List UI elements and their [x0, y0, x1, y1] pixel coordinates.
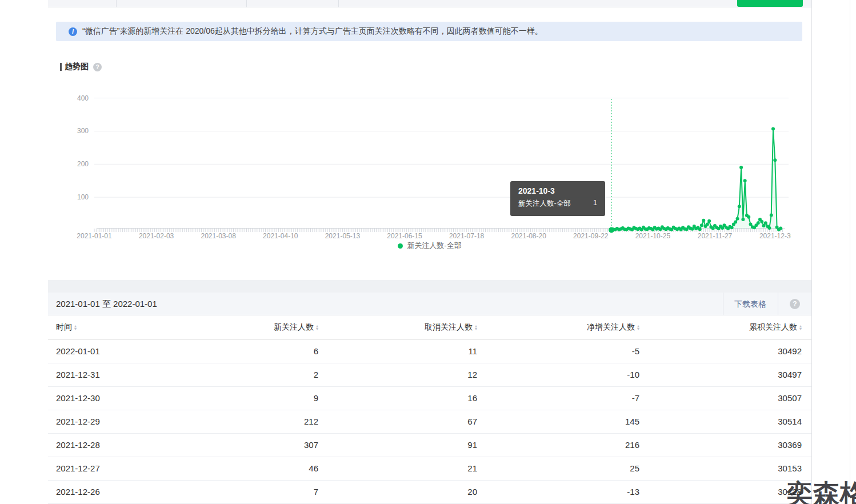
cell-value: 30492 — [639, 339, 811, 363]
cell-value: -13 — [477, 480, 639, 503]
cell-value: 30497 — [639, 363, 811, 386]
table-body: 2022-01-01611-5304922021-12-31212-103049… — [48, 339, 811, 503]
cell-value: 307 — [162, 433, 318, 457]
tooltip-value: 1 — [593, 199, 597, 209]
x-axis-label: 2021-11-27 — [691, 232, 739, 240]
column-sort-header[interactable]: 时间▴▾ — [56, 322, 77, 333]
data-table-card: 2021-01-01 至 2022-01-01 下载表格 ? 时间▴▾新关注人数… — [48, 293, 811, 504]
x-axis-label: 2021-04-10 — [257, 232, 305, 240]
card-gap — [48, 280, 811, 293]
cell-value: 30369 — [639, 433, 811, 457]
cell-value: 30128 — [639, 480, 811, 503]
table-row: 2021-12-2746212530153 — [48, 457, 811, 480]
followers-table: 时间▴▾新关注人数▴▾取消关注人数▴▾净增关注人数▴▾累积关注人数▴▾ 2022… — [48, 315, 811, 504]
tab-separator — [338, 0, 339, 7]
cell-date: 2021-12-26 — [48, 480, 162, 503]
panel-divider — [850, 0, 850, 504]
cell-value: 20 — [318, 480, 477, 503]
cell-date: 2021-12-29 — [48, 410, 162, 433]
cell-date: 2021-12-28 — [48, 433, 162, 457]
cell-value: 30514 — [639, 410, 811, 433]
x-axis-label: 2021-05-13 — [318, 232, 366, 240]
trend-line-chart[interactable] — [48, 82, 791, 247]
table-row: 2021-12-31212-1030497 — [48, 363, 811, 386]
table-toolbar: 2021-01-01 至 2022-01-01 下载表格 ? — [48, 293, 811, 315]
cell-value: 7 — [162, 480, 318, 503]
info-icon: i — [69, 27, 77, 36]
cell-value: 2 — [162, 363, 318, 386]
x-axis-label: 2021-07-18 — [443, 232, 491, 240]
cell-value: 30507 — [639, 386, 811, 410]
sort-arrows-icon: ▴▾ — [74, 325, 77, 330]
table-row: 2021-12-292126714530514 — [48, 410, 811, 433]
right-panel-strip — [811, 0, 856, 504]
top-tab-bar — [48, 0, 811, 7]
cell-value: -7 — [477, 386, 639, 410]
tooltip-date: 2021-10-3 — [518, 186, 597, 195]
y-axis-label: 200 — [48, 160, 89, 168]
cell-value: 46 — [162, 457, 318, 480]
title-accent-bar — [60, 63, 62, 71]
cell-date: 2021-12-31 — [48, 363, 162, 386]
cell-value: 25 — [477, 457, 639, 480]
table-row: 2021-12-26720-1330128 — [48, 480, 811, 503]
watermark-text: 奕森格 — [786, 477, 856, 504]
cell-date: 2022-01-01 — [48, 339, 162, 363]
x-axis-label: 2021-12-30 — [753, 232, 791, 240]
notice-text: “微信广告”来源的新增关注在 2020/06起从其他中拆分给出，计算方式与广告主… — [82, 26, 543, 37]
cell-value: 216 — [477, 433, 639, 457]
sort-arrows-icon: ▴▾ — [637, 325, 639, 330]
x-axis-label: 2021-03-08 — [194, 232, 242, 240]
chart-legend[interactable]: 新关注人数-全部 — [48, 241, 811, 251]
cell-date: 2021-12-30 — [48, 386, 162, 410]
cell-value: 6 — [162, 339, 318, 363]
column-sort-header[interactable]: 取消关注人数▴▾ — [425, 322, 477, 333]
table-row: 2021-12-30916-730507 — [48, 386, 811, 410]
sort-arrows-icon: ▴▾ — [475, 325, 477, 330]
tab-separator — [246, 0, 247, 7]
legend-dot-icon — [398, 243, 403, 249]
primary-action-button[interactable] — [737, 0, 803, 7]
x-axis-label: 2021-09-22 — [567, 232, 615, 240]
tooltip-series-label: 新关注人数-全部 — [518, 199, 571, 209]
trend-chart-card: i “微信广告”来源的新增关注在 2020/06起从其他中拆分给出，计算方式与广… — [48, 7, 811, 280]
legend-label: 新关注人数-全部 — [407, 241, 461, 251]
y-axis-label: 300 — [48, 127, 89, 135]
x-axis-label: 2021-10-25 — [629, 232, 677, 240]
cell-value: 91 — [318, 433, 477, 457]
column-sort-header[interactable]: 新关注人数▴▾ — [274, 322, 318, 333]
chart-section-title: 趋势图 ? — [60, 62, 102, 72]
sort-arrows-icon: ▴▾ — [316, 325, 318, 330]
cell-value: 30153 — [639, 457, 811, 480]
y-axis-label: 400 — [48, 94, 89, 102]
analytics-page: i “微信广告”来源的新增关注在 2020/06起从其他中拆分给出，计算方式与广… — [0, 0, 856, 504]
table-row: 2021-12-283079121630369 — [48, 433, 811, 457]
table-row: 2022-01-01611-530492 — [48, 339, 811, 363]
cell-value: 16 — [318, 386, 477, 410]
column-sort-header[interactable]: 累积关注人数▴▾ — [749, 322, 802, 333]
table-header-row: 时间▴▾新关注人数▴▾取消关注人数▴▾净增关注人数▴▾累积关注人数▴▾ — [48, 315, 811, 339]
download-table-button[interactable]: 下载表格 — [723, 293, 778, 315]
cell-value: 145 — [477, 410, 639, 433]
x-axis-label: 2021-08-20 — [505, 232, 553, 240]
x-axis-label: 2021-06-15 — [381, 232, 429, 240]
cell-value: 12 — [318, 363, 477, 386]
table-help-icon[interactable]: ? — [790, 299, 800, 309]
cell-date: 2021-12-27 — [48, 457, 162, 480]
cell-value: 21 — [318, 457, 477, 480]
tab-separator — [116, 0, 117, 7]
toolbar-divider — [778, 293, 778, 315]
cell-value: 67 — [318, 410, 477, 433]
chart-tooltip: 2021-10-3 新关注人数-全部 1 — [510, 181, 605, 216]
cell-value: -10 — [477, 363, 639, 386]
cell-value: 11 — [318, 339, 477, 363]
x-axis-label: 2021-01-01 — [70, 232, 118, 240]
help-icon[interactable]: ? — [93, 63, 102, 71]
date-range-label: 2021-01-01 至 2022-01-01 — [56, 293, 157, 315]
y-axis-label: 100 — [48, 193, 89, 201]
cell-value: -5 — [477, 339, 639, 363]
chart-title: 趋势图 — [65, 62, 89, 72]
column-sort-header[interactable]: 净增关注人数▴▾ — [587, 322, 639, 333]
cell-value: 9 — [162, 386, 318, 410]
x-axis-label: 2021-02-03 — [133, 232, 181, 240]
